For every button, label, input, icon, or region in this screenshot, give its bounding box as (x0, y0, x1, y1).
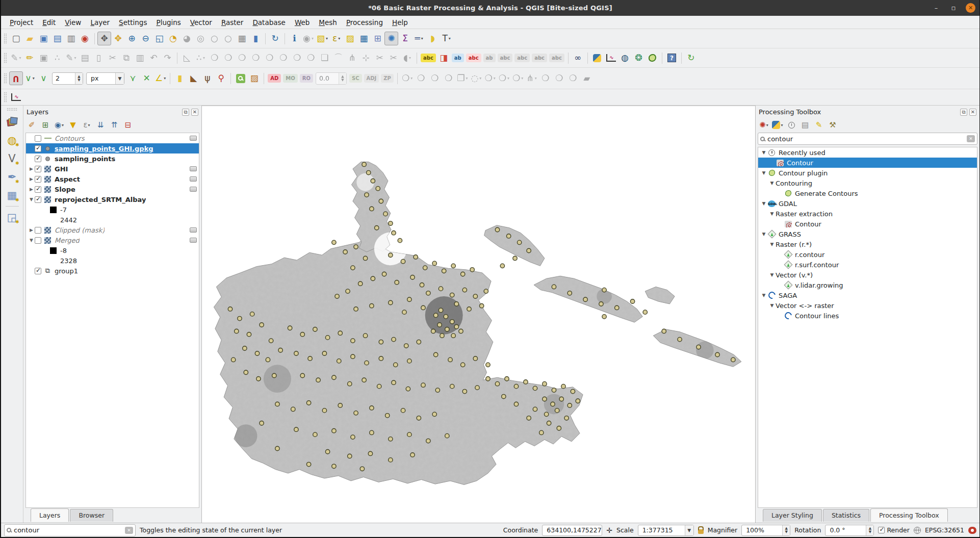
manage-map-themes-button[interactable]: ◉▾ (53, 119, 65, 131)
gps-information-button[interactable]: ψ (200, 71, 214, 85)
expander-icon[interactable]: ▶ (28, 187, 35, 192)
expander-icon[interactable]: ▶ (28, 166, 35, 171)
options-button-button[interactable]: ⚒ (827, 119, 839, 131)
layer-visibility-checkbox[interactable] (35, 227, 41, 234)
alg-gdal-contour[interactable]: Contour (758, 219, 977, 229)
identify-features-button[interactable]: ℹ (288, 32, 301, 45)
group-vector-raster[interactable]: ▼Vector <-> raster (758, 300, 977, 311)
tab-layer-styling[interactable]: Layer Styling (763, 509, 822, 522)
dropdown-arrow-icon[interactable]: ▾ (203, 56, 205, 60)
expander-icon[interactable]: ▼ (768, 242, 776, 247)
layer-indicator-icon[interactable] (190, 166, 197, 171)
alg-r-surf-contour[interactable]: r.surf.contour (758, 260, 977, 270)
menu-edit[interactable]: Edit (38, 17, 60, 28)
legend-merged-max[interactable]: 2328 (26, 255, 199, 266)
dropdown-arrow-icon[interactable]: ▾ (338, 36, 340, 41)
maximize-button[interactable]: ▫ (948, 3, 959, 13)
magnifier-spin[interactable]: 100% ▲▼ (741, 525, 790, 536)
open-layer-styling-panel-button[interactable]: ✐ (25, 119, 38, 131)
enable-snapping-button[interactable]: U (9, 71, 23, 85)
select-by-expression-button[interactable]: ε▾ (329, 32, 343, 45)
layer-aspect[interactable]: ▶Aspect (26, 174, 199, 184)
refresh-attribute-table-button[interactable]: ↻ (684, 51, 698, 65)
clear-locator-icon[interactable]: ✕ (125, 527, 133, 534)
layer-sampling-points-ghi[interactable]: sampling_points_GHI.gpkg (26, 143, 199, 153)
dropdown-arrow-icon[interactable]: ▾ (521, 76, 523, 81)
layer-slope[interactable]: ▶Slope (26, 184, 199, 194)
layer-reprojected-srtm-albay[interactable]: ▼reprojected_SRTM_Albay (26, 194, 199, 204)
layer-indicator-icon[interactable] (190, 136, 197, 141)
dropdown-arrow-icon[interactable]: ▾ (494, 76, 496, 81)
new-temporary-scratch-layer-button[interactable]: ✒✱ (5, 169, 20, 185)
group-grass[interactable]: ▼GRASS (758, 229, 977, 239)
topological-editing-button[interactable]: ⋎ (126, 71, 140, 85)
toolbar-grip[interactable] (4, 53, 7, 64)
dropdown-arrow-icon[interactable]: ▾ (535, 76, 537, 81)
tab-statistics[interactable]: Statistics (823, 509, 869, 522)
spin-arrows-icon[interactable]: ▲▼ (75, 73, 83, 84)
cad-value-spin[interactable]: 0.0▲▼ (316, 72, 347, 85)
float-panel-icon[interactable]: ⧉ (182, 109, 189, 116)
layer-visibility-checkbox[interactable] (35, 186, 41, 193)
rotation-spin[interactable]: 0.0 ° ▲▼ (825, 525, 874, 536)
menu-mesh[interactable]: Mesh (314, 17, 342, 28)
open-attribute-table-button[interactable]: ▦ (357, 32, 371, 45)
expander-icon[interactable]: ▼ (768, 303, 776, 308)
float-panel-icon[interactable]: ⧉ (960, 109, 967, 116)
dropdown-arrow-icon[interactable]: ▾ (164, 76, 166, 81)
legend-merged-min[interactable]: -8 (26, 245, 199, 255)
new-print-layout-button[interactable]: ▤ (50, 32, 64, 45)
layer-label-styling-button[interactable]: ◨ (437, 51, 451, 65)
cad-ad-badge-icon[interactable]: AD (268, 74, 281, 83)
spin-arrows-icon[interactable]: ▲▼ (339, 73, 346, 84)
scripts-menu-button[interactable]: ▾ (771, 119, 784, 131)
search-qms-button[interactable] (234, 71, 247, 85)
legend-srtm-max[interactable]: 2442 (26, 215, 199, 225)
gps-destination-button[interactable]: ⚲ (214, 71, 228, 85)
alg-r-contour[interactable]: r.contour (758, 249, 977, 260)
menu-view[interactable]: View (60, 17, 86, 28)
group-saga[interactable]: ▼SAGA (758, 290, 977, 300)
new-project-button[interactable]: ▢ (9, 32, 23, 45)
help-contents-button[interactable]: ? (665, 51, 679, 65)
deselect-features-button[interactable]: ▨ (343, 32, 357, 45)
dropdown-arrow-icon[interactable]: ▾ (466, 76, 468, 81)
layer-sampling-points[interactable]: sampling_points (26, 153, 199, 164)
pin-labels-icon[interactable]: ab (452, 54, 464, 62)
menu-layer[interactable]: Layer (86, 17, 114, 28)
layer-visibility-checkbox[interactable] (35, 166, 41, 172)
expander-icon[interactable]: ▼ (760, 201, 767, 206)
python-console-button[interactable] (590, 51, 604, 65)
lock-scale-icon[interactable] (698, 529, 704, 534)
layer-visibility-checkbox[interactable] (35, 196, 41, 203)
alg-contour-lines[interactable]: Contour lines (758, 311, 977, 321)
menu-processing[interactable]: Processing (342, 17, 388, 28)
chevron-down-icon[interactable]: ▼ (115, 73, 124, 84)
zoom-last-button[interactable]: ◔ (166, 32, 180, 45)
snapping-all-layers-button[interactable]: ∨▾ (23, 71, 37, 85)
legend-srtm-min[interactable]: -7 (26, 204, 199, 215)
dropdown-arrow-icon[interactable]: ▾ (88, 123, 90, 127)
processing-toolbox-toggle-button[interactable]: ✺ (384, 32, 398, 45)
crs-globe-icon[interactable] (914, 527, 921, 534)
add-group-button[interactable]: ⊞ (39, 119, 51, 131)
save-project-button[interactable]: ▣ (37, 32, 50, 45)
locator-input[interactable] (14, 526, 122, 534)
toggle-editing-button[interactable]: ✏ (23, 51, 37, 65)
open-project-button[interactable]: ▰ (23, 32, 37, 45)
layer-visibility-checkbox[interactable] (35, 268, 41, 274)
data-source-manager-button[interactable] (5, 114, 20, 130)
menu-web[interactable]: Web (290, 17, 314, 28)
toolbar-grip[interactable] (7, 108, 18, 111)
expander-icon[interactable]: ▼ (768, 211, 776, 216)
expand-all-button[interactable]: ⇊ (94, 119, 107, 131)
layer-group1[interactable]: ⧉group1 (26, 266, 199, 276)
expander-icon[interactable]: ▼ (760, 232, 767, 237)
alg-generate-contours[interactable]: Generate Contours (758, 188, 977, 198)
checkbox-icon[interactable] (878, 527, 885, 533)
layout-manager-button[interactable]: ▥ (64, 32, 78, 45)
new-map-view-button[interactable]: ▦ (235, 32, 249, 45)
close-panel-icon[interactable]: ✕ (191, 109, 198, 116)
select-features-button[interactable]: ▧▾ (315, 32, 329, 45)
layer-ghi[interactable]: ▶GHI (26, 164, 199, 174)
